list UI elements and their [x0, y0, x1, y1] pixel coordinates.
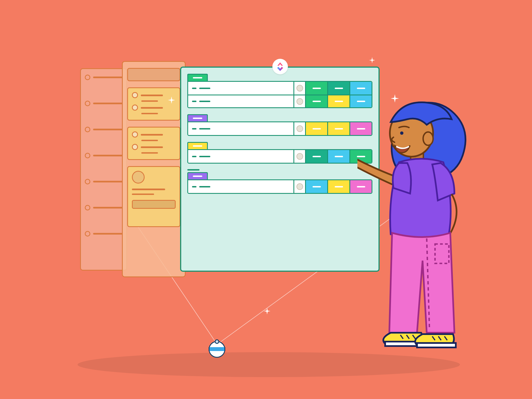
- task-group: [187, 142, 372, 164]
- status-cell: [305, 180, 327, 193]
- status-cell: [327, 150, 349, 163]
- clickup-logo-icon: [272, 59, 288, 74]
- assignee-avatar: [293, 95, 305, 107]
- illustration-scene: [0, 0, 532, 399]
- task-row: [188, 150, 372, 163]
- sparkle-icon: [264, 308, 270, 314]
- status-cell: [305, 122, 327, 135]
- background-panel-list: [80, 68, 127, 271]
- sparkle-icon: [168, 96, 175, 104]
- task-row: [188, 122, 372, 135]
- group-tab: [187, 172, 208, 179]
- projector-device: [209, 341, 225, 355]
- svg-point-2: [423, 132, 433, 145]
- background-panel-cards: [122, 61, 186, 277]
- assignee-avatar: [293, 82, 305, 95]
- section-label: [187, 169, 200, 171]
- status-cell: [327, 95, 349, 107]
- assignee-avatar: [293, 180, 305, 193]
- assignee-avatar: [293, 150, 305, 163]
- sparkle-icon: [369, 57, 375, 63]
- task-group: [187, 172, 372, 194]
- assignee-avatar: [293, 122, 305, 135]
- svg-rect-6: [417, 343, 456, 347]
- task-group: [187, 114, 372, 136]
- task-row: [188, 82, 372, 95]
- status-cell: [305, 82, 327, 95]
- svg-point-3: [400, 131, 403, 135]
- task-row: [188, 95, 372, 107]
- status-cell: [305, 150, 327, 163]
- task-row: [188, 180, 372, 193]
- status-cell: [327, 122, 349, 135]
- task-board-panel: [180, 67, 380, 272]
- group-tab: [187, 74, 208, 81]
- task-group: [187, 74, 372, 108]
- group-tab: [187, 142, 208, 149]
- person-illustration: [357, 89, 474, 366]
- status-cell: [327, 82, 349, 95]
- status-cell: [327, 180, 349, 193]
- group-tab: [187, 114, 208, 121]
- status-cell: [305, 95, 327, 107]
